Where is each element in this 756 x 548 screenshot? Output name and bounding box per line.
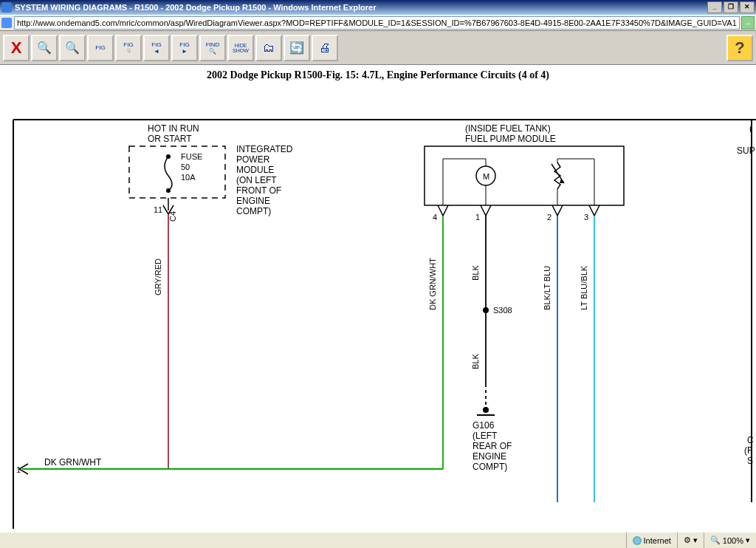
chevron-left-icon: ◄ [154, 48, 159, 55]
page-icon [1, 18, 12, 28]
figure-prev-button[interactable]: FIG◄ [143, 35, 170, 61]
svg-text:ENGINE: ENGINE [472, 451, 506, 462]
svg-text:G106: G106 [472, 420, 495, 431]
svg-text:1: 1 [475, 213, 480, 222]
app-toolbar: X 🔍 🔍 FIG FIG☟ FIG◄ FIG► FIND🔍 HIDESHOW … [0, 31, 756, 65]
svg-text:LT BLU/BLK: LT BLU/BLK [580, 265, 588, 310]
zoom-out-button[interactable]: 🔍 [59, 35, 86, 61]
ipm-box [129, 146, 225, 198]
svg-text:10A: 10A [181, 173, 196, 182]
svg-text:BLK: BLK [471, 354, 480, 369]
hot-label-1: HOT IN RUN [148, 123, 199, 134]
print-button[interactable]: 🖨 [312, 35, 338, 61]
window-titlebar: SYSTEM WIRING DIAGRAMS - R1500 - 2002 Do… [0, 0, 756, 15]
minimize-button[interactable]: _ [707, 1, 722, 13]
svg-text:BLK/LT BLU: BLK/LT BLU [543, 266, 551, 310]
svg-point-3 [166, 188, 171, 193]
fuel-label-1: (INSIDE FUEL TANK) [465, 123, 551, 134]
ie-icon [1, 2, 12, 13]
zoom-in-button[interactable]: 🔍 [31, 35, 58, 61]
address-bar: → [0, 15, 756, 31]
svg-text:4: 4 [433, 213, 437, 222]
module-pins [438, 205, 599, 216]
figure-next-button[interactable]: FIG► [171, 35, 198, 61]
svg-text:3: 3 [584, 213, 588, 222]
print-icon: 🖨 [319, 41, 331, 55]
wiring-diagram-svg: HOT IN RUN OR START FUSE 50 10A INTEGRAT… [0, 89, 756, 529]
svg-text:GRY/RED: GRY/RED [154, 258, 162, 295]
close-button[interactable]: ✕ [740, 1, 755, 13]
refresh-button[interactable]: 🔄 [284, 35, 310, 61]
svg-text:COMPT): COMPT) [472, 462, 507, 472]
status-bar: Internet ⚙▾ 🔍 100% ▾ [0, 532, 756, 548]
svg-text:M: M [483, 172, 489, 181]
svg-text:11: 11 [154, 205, 162, 214]
search-icon: 🔍 [209, 48, 216, 55]
svg-text:REAR OF: REAR OF [472, 441, 512, 451]
svg-text:MODULE: MODULE [236, 165, 274, 175]
window-title: SYSTEM WIRING DIAGRAMS - R1500 - 2002 Do… [15, 3, 377, 12]
zoom-in-icon: 🔍 [37, 41, 52, 55]
security-zone: Internet [626, 532, 677, 548]
svg-text:2: 2 [547, 213, 551, 222]
svg-text:BLK: BLK [471, 265, 480, 281]
svg-text:50: 50 [181, 162, 190, 171]
svg-text:COMPT): COMPT) [236, 206, 271, 216]
restore-button[interactable]: ❐ [724, 1, 738, 13]
hide-show-button[interactable]: HIDESHOW [227, 35, 254, 61]
gear-icon: ⚙ [684, 535, 691, 545]
find-button[interactable]: FIND🔍 [199, 35, 226, 61]
window-buttons: _ ❐ ✕ [707, 1, 755, 13]
svg-text:(ON LEFT: (ON LEFT [236, 175, 277, 185]
diagram-title: 2002 Dodge Pickup R1500-Fig. 15: 4.7L, E… [0, 69, 756, 81]
figure-button[interactable]: FIG [87, 35, 114, 61]
svg-text:DK GRN/WHT: DK GRN/WHT [428, 258, 437, 310]
go-button[interactable]: → [741, 16, 755, 30]
help-icon: ? [735, 38, 744, 58]
refresh-icon: 🔄 [289, 41, 304, 55]
svg-text:POWER: POWER [236, 154, 270, 165]
svg-text:C4: C4 [168, 211, 177, 222]
internet-zone-icon [633, 536, 642, 545]
svg-text:(LEFT: (LEFT [472, 431, 498, 441]
diagram-canvas: HOT IN RUN OR START FUSE 50 10A INTEGRAT… [0, 89, 756, 529]
card-icon: 🗂 [263, 41, 275, 55]
svg-text:FUSE: FUSE [181, 152, 202, 161]
svg-text:C: C [747, 435, 754, 445]
fuel-label-2: FUEL PUMP MODULE [465, 134, 556, 144]
close-diagram-button[interactable]: X [3, 35, 30, 61]
svg-point-43 [483, 407, 489, 413]
help-button[interactable]: ? [726, 35, 753, 61]
hot-label-2: OR START [148, 134, 192, 144]
url-input[interactable] [14, 16, 740, 30]
zoom-out-icon: 🔍 [65, 41, 80, 55]
zoom-icon: 🔍 [710, 535, 721, 545]
svg-text:FRONT OF: FRONT OF [236, 185, 281, 196]
hand-icon: ☟ [127, 48, 131, 55]
svg-text:INTEGRATED: INTEGRATED [236, 144, 293, 154]
card-button[interactable]: 🗂 [255, 35, 282, 61]
svg-line-22 [551, 164, 564, 183]
svg-text:S308: S308 [493, 306, 512, 315]
svg-text:DK GRN/WHT: DK GRN/WHT [44, 457, 102, 467]
zoom-cell[interactable]: 🔍 100% ▾ [704, 532, 756, 548]
figure-select-button[interactable]: FIG☟ [115, 35, 142, 61]
svg-text:ENGINE: ENGINE [236, 196, 270, 206]
protected-mode-cell[interactable]: ⚙▾ [677, 532, 704, 548]
chevron-right-icon: ► [182, 48, 188, 55]
status-message [0, 532, 626, 548]
